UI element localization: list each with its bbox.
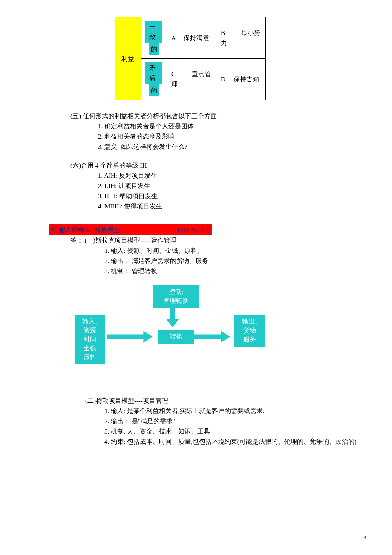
stakeholder-matrix: 利益 一致的 A 保持满意 B 最小努力 矛盾的 C 重点管理 D 保持告知 <box>115 17 266 100</box>
list-item: 1. 输入: 资源、时间、金钱、原料。 <box>104 246 366 256</box>
transform-diagram: 控制:管理转换 输入:资源时间金钱原料 转换 输出:货物服务 <box>38 285 366 379</box>
arrow-right-icon <box>107 331 153 343</box>
list-item: 1. 输入: 是某个利益相关者,实际上就是客户的需要或需求. <box>104 406 366 416</box>
matrix-cell-a: A 保持满意 <box>167 17 216 59</box>
matrix-cell-c: C 重点管理 <box>167 59 216 100</box>
diagram-transform-box: 转换 <box>158 330 194 344</box>
list-item: 3. 机制: 人、资金、技术、知识、工具 <box>104 426 366 436</box>
section-eight-header: 八.输入和输出: 转换模型P44-46-(III) <box>49 224 366 235</box>
diagram-input-box: 输入:资源时间金钱原料 <box>75 315 105 364</box>
red-header-left: 八.输入和输出: 转换模型 <box>49 224 176 235</box>
list-item: 3. 意义: 如果这样将会发生什么? <box>98 142 366 152</box>
arrow-down-icon <box>166 306 179 327</box>
diagram-output-box: 输出:货物服务 <box>234 315 265 347</box>
list-item: 3. HIH: 帮助项目发生 <box>98 191 366 201</box>
section-six-title: (六)合用 4 个简单的等级 IH <box>70 160 366 171</box>
model-one: 答： (一)斯拉克项目模型-----运作管理 1. 输入: 资源、时间、金钱、原… <box>38 235 366 276</box>
list-item: 2. 输出： 满足客户需求的货物、服务 <box>104 256 366 266</box>
diagram-control-box: 控制:管理转换 <box>153 285 199 308</box>
matrix-cell-d: D 保持告知 <box>216 59 266 100</box>
list-item: 4. MIHL: 使得项目发生 <box>98 201 366 211</box>
list-item: 3. 机制： 管理转换 <box>104 266 366 276</box>
model-two-title: (二)梅勒项目模型----项目管理 <box>85 396 366 406</box>
section-five: (五) 任何形式的利益相关者分析都包含以下三个方面 1. 确定利益相关者是个人还… <box>38 111 366 152</box>
list-item: 1. AIH: 反对项目发生 <box>98 171 366 181</box>
red-header-right: P44-46-(III) <box>176 224 212 235</box>
matrix-row1-sub: 一致的 <box>141 17 167 59</box>
list-item: 2. LIH: 让项目发生 <box>98 181 366 191</box>
list-item: 2. 输出： 是"满足的需求" <box>104 416 366 426</box>
arrow-right-icon <box>193 331 230 343</box>
section-five-title: (五) 任何形式的利益相关者分析都包含以下三个方面 <box>70 111 366 121</box>
list-item: 4. 约束: 包括成本、时间、质量,也包括环境约束(可能是法律的、伦理的、竞争的… <box>104 436 366 447</box>
matrix-row2-sub: 矛盾的 <box>141 59 167 100</box>
matrix-cell-b: B 最小努力 <box>216 17 266 59</box>
model-one-title: 答： (一)斯拉克项目模型-----运作管理 <box>70 235 366 246</box>
list-item: 2. 利益相关者的态度及影响 <box>98 131 366 142</box>
matrix-left-header: 利益 <box>115 17 141 100</box>
model-two: (二)梅勒项目模型----项目管理 1. 输入: 是某个利益相关者,实际上就是客… <box>38 396 366 447</box>
section-six: (六)合用 4 个简单的等级 IH 1. AIH: 反对项目发生 2. LIH:… <box>38 160 366 211</box>
list-item: 1. 确定利益相关者是个人还是团体 <box>98 121 366 131</box>
